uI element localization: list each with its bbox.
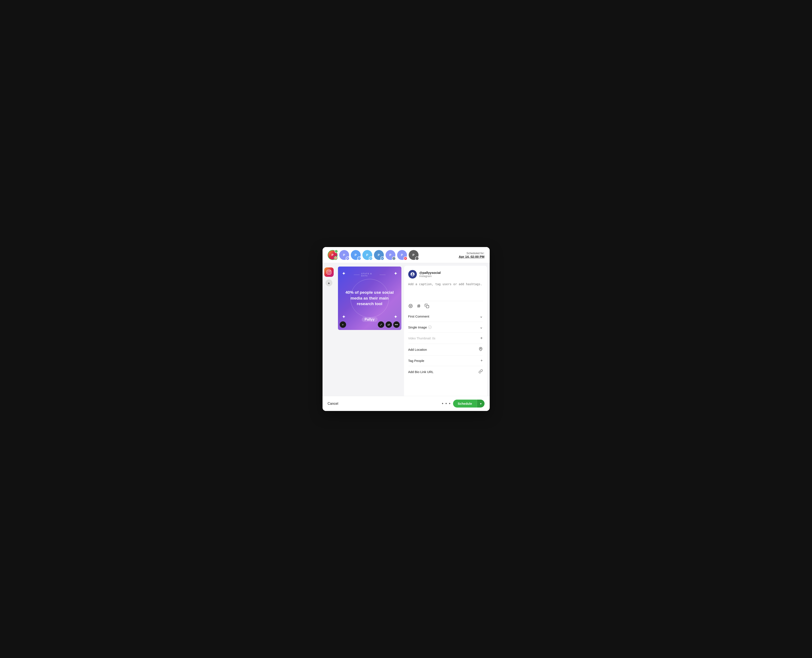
main-content: ▲ STATS & DATA ✦ ✦ ✦ ✦: [323, 263, 490, 396]
platform-tab-linkedin[interactable]: P in: [374, 250, 384, 260]
add-location-row[interactable]: Add Location: [408, 344, 483, 356]
add-media-button[interactable]: +: [340, 321, 346, 328]
sparkle-bottom-left: ✦: [342, 314, 346, 320]
modal-footer: Cancel • • • Schedule ▾: [323, 396, 490, 411]
cancel-button[interactable]: Cancel: [328, 402, 339, 406]
emoji-button[interactable]: [408, 304, 413, 308]
copy-button[interactable]: [425, 304, 429, 308]
single-image-text: Single Image: [408, 326, 427, 329]
video-thumbnail-row[interactable]: Video Thumbnail: 0s +: [408, 333, 483, 344]
caption-input[interactable]: [408, 282, 483, 299]
first-comment-chevron: ⌄: [480, 314, 483, 319]
schedule-group: Schedule ▾: [453, 400, 484, 407]
svg-point-8: [409, 304, 412, 308]
platform-tab-pinterest[interactable]: P P: [397, 250, 407, 260]
add-location-label: Add Location: [408, 348, 427, 351]
image-action-buttons: ⤢ ⇄ •••: [378, 321, 400, 328]
platform-tab-instagram[interactable]: P: [328, 250, 337, 260]
sparkle-top-left: ✦: [342, 271, 346, 276]
platform-tab-pallyy[interactable]: P P: [339, 250, 349, 260]
single-image-row[interactable]: Single Image i ⌄: [408, 322, 483, 333]
video-thumbnail-add-icon: +: [480, 336, 483, 341]
media-area: STATS & DATA ✦ ✦ ✦ ✦ 40% of people use s…: [335, 263, 404, 396]
platform-tabs: P: [323, 247, 490, 263]
account-platform: Instagram: [419, 274, 441, 278]
scheduled-info: Scheduled for: Apr 14, 02:00 PM: [459, 252, 484, 258]
tag-people-row[interactable]: Tag People +: [408, 356, 483, 366]
schedule-button[interactable]: Schedule: [453, 400, 477, 407]
more-image-options-button[interactable]: •••: [393, 321, 400, 328]
single-image-label: Single Image i: [408, 326, 432, 329]
left-nav: ▲: [323, 263, 335, 396]
tag-people-label: Tag People: [408, 359, 424, 362]
scheduled-for-label: Scheduled for:: [467, 252, 484, 255]
account-info: @pallyysocial Instagram: [419, 271, 441, 278]
svg-point-16: [480, 348, 481, 349]
svg-point-10: [411, 306, 411, 306]
single-image-chevron: ⌄: [480, 325, 483, 329]
caption-tools: [408, 301, 483, 311]
platform-tab-tiktok[interactable]: P ♪: [409, 250, 419, 260]
svg-line-13: [418, 304, 419, 308]
sparkle-top-right: ✦: [393, 271, 398, 276]
video-thumbnail-label: Video Thumbnail: 0s: [408, 337, 436, 340]
tag-people-add-icon: +: [480, 359, 483, 363]
single-image-info-icon: i: [428, 326, 432, 329]
post-main-text: 40% of people use social media as their …: [338, 290, 401, 307]
svg-line-14: [419, 304, 419, 308]
bio-link-icon: [478, 369, 483, 374]
post-image-container: STATS & DATA ✦ ✦ ✦ ✦ 40% of people use s…: [338, 266, 401, 330]
platform-icons-list: P: [328, 250, 419, 260]
hashtag-button[interactable]: [416, 304, 421, 308]
account-handle: @pallyysocial: [419, 271, 441, 274]
account-avatar: [408, 270, 417, 279]
schedule-dropdown-button[interactable]: ▾: [477, 400, 484, 407]
more-options-button[interactable]: • • •: [442, 401, 451, 406]
instagram-platform-icon: [324, 267, 334, 277]
first-comment-row[interactable]: First Comment ⌄: [408, 311, 483, 322]
add-bio-link-row[interactable]: Add Bio Link URL: [408, 366, 483, 378]
platform-tab-facebook[interactable]: P f: [351, 250, 361, 260]
svg-point-6: [330, 271, 331, 271]
svg-point-9: [410, 306, 410, 306]
post-image: STATS & DATA ✦ ✦ ✦ ✦ 40% of people use s…: [338, 266, 401, 330]
platform-tab-twitter[interactable]: P 𝕏: [362, 250, 372, 260]
first-comment-label: First Comment: [408, 315, 429, 318]
footer-right: • • • Schedule ▾: [442, 400, 484, 407]
stats-label: STATS & DATA: [361, 273, 378, 277]
swap-button[interactable]: ⇄: [386, 321, 392, 328]
add-bio-link-label: Add Bio Link URL: [408, 370, 434, 374]
image-toolbar: + ⤢ ⇄ •••: [340, 321, 400, 328]
platform-tab-youtube[interactable]: P 👤: [386, 250, 395, 260]
sparkle-bottom-right: ✦: [393, 314, 398, 320]
svg-rect-15: [426, 306, 429, 308]
account-header: @pallyysocial Instagram: [408, 270, 483, 279]
collapse-button[interactable]: ▲: [326, 279, 332, 286]
modal: P: [323, 247, 490, 411]
post-brand-name: Pallyy: [362, 317, 378, 322]
fullscreen-button[interactable]: ⤢: [378, 321, 384, 328]
location-icon: [478, 347, 483, 352]
scheduled-date[interactable]: Apr 14, 02:00 PM: [459, 255, 484, 258]
right-panel: @pallyysocial Instagram: [404, 266, 487, 396]
